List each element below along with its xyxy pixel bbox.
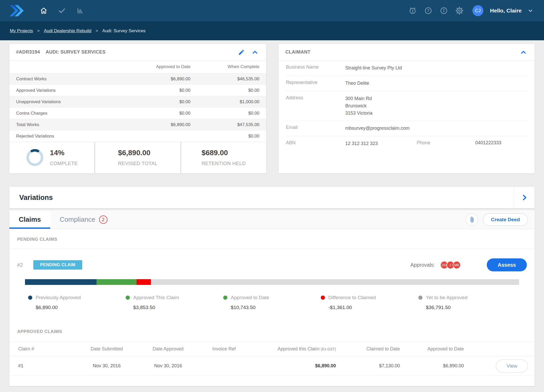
tab-bar: Claims Compliance 2 Create Deed <box>9 210 535 229</box>
tab-claims[interactable]: Claims <box>9 210 50 229</box>
legend-label: Approved This Claim <box>133 295 179 300</box>
breadcrumb-project[interactable]: Audi Dealership Rebuild <box>44 28 91 34</box>
email-value: mbsurvey@progressclaim.com <box>345 125 409 132</box>
compliance-count-badge: 2 <box>99 215 107 224</box>
pending-claims-header: PENDING CLAIMS <box>17 237 57 242</box>
legend-label: Difference to Claimed <box>328 295 376 300</box>
row-complete-value: $1,000.00 <box>190 99 259 104</box>
row-complete-value: $47,535.00 <box>190 122 259 127</box>
assess-button[interactable]: Assess <box>487 258 527 271</box>
expand-chevron-right-icon[interactable] <box>514 187 535 208</box>
progress-segment-approved-this-claim <box>97 279 137 285</box>
collapse-chevron-up-icon[interactable] <box>251 48 259 57</box>
svg-text:?: ? <box>427 8 429 13</box>
approved-claims-table: Claim # Date Submitted Date Approved Inv… <box>9 342 535 376</box>
legend-dot <box>321 296 325 300</box>
cell-date-submitted: Nov 30, 2016 <box>75 363 139 369</box>
address-value: 300 Main Rd Brunswick 3153 Victoria <box>345 95 373 117</box>
address-row: Address 300 Main Rd Brunswick 3153 Victo… <box>286 91 527 121</box>
home-icon[interactable] <box>37 4 50 17</box>
user-avatar[interactable]: CJ <box>472 5 483 16</box>
column-date-approved: Date Approved <box>139 346 197 352</box>
attachments-paperclip-icon[interactable] <box>466 213 478 226</box>
business-name-row: Business Name Straight-line Survey Pty L… <box>286 61 527 76</box>
row-complete-value: $0.00 <box>190 88 259 93</box>
claimant-card-title: CLAIMANT <box>285 49 310 55</box>
tab-label: Compliance <box>60 215 95 224</box>
table-row: Unapproved Variations $0.00 $1,000.00 <box>9 96 266 107</box>
representative-row: Representative Theo Delite <box>286 76 527 91</box>
cell-approved-this-claim: $6,890.00 <box>251 363 336 369</box>
legend-label: Approved to Date <box>231 295 269 300</box>
table-row: #1 Nov 30, 2016 Nov 30, 2016 $6,890.00 $… <box>9 356 535 376</box>
address-line: Brunswick <box>345 102 373 110</box>
create-deed-button[interactable]: Create Deed <box>483 213 528 226</box>
tab-compliance[interactable]: Compliance 2 <box>50 210 117 229</box>
table-row: Total Works $6,890.00 $47,535.00 <box>9 119 266 130</box>
stat-revised-total: $6,890.00 REVISED TOTAL <box>94 142 180 173</box>
field-label: Business Name <box>286 64 345 72</box>
claim-progress-bar <box>25 279 519 285</box>
field-label: Email <box>286 125 345 132</box>
row-approved-value: $0.00 <box>135 111 190 116</box>
breadcrumb: My Projects > Audi Dealership Rebuild > … <box>0 21 544 40</box>
legend-item: Yet to be Approved $36,791.50 <box>418 295 516 310</box>
stat-complete: 14% COMPLETE <box>9 142 94 173</box>
stat-label: COMPLETE <box>50 161 78 166</box>
column-invoice-ref: Invoice Ref <box>197 346 251 352</box>
claimant-card: CLAIMANT Business Name Straight-line Sur… <box>279 44 535 173</box>
representative-value: Theo Delite <box>345 80 369 87</box>
reports-chart-icon[interactable] <box>73 4 87 17</box>
contract-id: #ADR3194 <box>16 49 40 55</box>
progress-segment-difference-to-claimed <box>137 279 151 285</box>
alarm-notifications-icon[interactable] <box>406 4 419 17</box>
approver-avatar[interactable]: MB <box>453 261 461 269</box>
settings-gear-icon[interactable] <box>453 4 466 17</box>
help-icon[interactable]: ? <box>422 4 434 17</box>
phone-value: 0401222333 <box>475 140 527 147</box>
field-label: Representative <box>286 80 345 87</box>
field-label: ABN <box>286 140 345 147</box>
table-row: Approved Variations $0.00 $0.00 <box>9 84 266 96</box>
legend-label: Yet to be Approved <box>426 295 468 300</box>
field-label: Address <box>286 95 345 117</box>
row-label: Rejected Variations <box>16 134 135 139</box>
legend-dot <box>418 296 423 300</box>
phone-label: Phone <box>417 140 475 147</box>
legend-value: $3,853.50 <box>133 305 223 310</box>
claims-panel: Claims Compliance 2 Create Deed PENDING … <box>9 210 535 386</box>
stat-label: REVISED TOTAL <box>118 161 158 166</box>
approved-claims-table-header: Claim # Date Submitted Date Approved Inv… <box>9 342 535 356</box>
collapse-chevron-up-icon[interactable] <box>519 48 528 57</box>
legend-value: $36,791.50 <box>426 305 516 310</box>
legend-item: Difference to Claimed -$1,361.00 <box>321 295 418 310</box>
legend-item: Approved to Date $10,743.50 <box>223 295 321 310</box>
column-approved-to-date: Approved to Date <box>400 346 464 352</box>
stat-value: 14% <box>50 149 78 157</box>
breadcrumb-separator: > <box>95 28 98 34</box>
stat-label: RETENTION HELD <box>202 161 246 166</box>
row-approved-value: $6,890.00 <box>135 76 190 82</box>
contract-summary-card: #ADR3194 AUDI: SURVEY SERVICES <box>9 44 266 173</box>
legend-value: -$1,361.00 <box>328 305 418 310</box>
column-approved-to-date: Approved to Date <box>135 64 190 69</box>
user-menu-chevron-down-icon[interactable] <box>525 5 536 16</box>
breadcrumb-current-page: Audi: Survey Services <box>102 28 145 34</box>
row-label: Total Works <box>16 122 135 127</box>
app-logo-icon[interactable] <box>9 5 26 16</box>
view-claim-button[interactable]: View <box>496 360 528 373</box>
top-navbar: ? CJ Hello, Claire <box>0 0 544 21</box>
edit-pencil-icon[interactable] <box>237 48 246 57</box>
column-claim-number: Claim # <box>16 346 75 352</box>
info-icon[interactable] <box>438 4 450 17</box>
breadcrumb-my-projects[interactable]: My Projects <box>10 28 33 34</box>
claim-legend: Previously Approved $6,890.00 Approved T… <box>28 295 516 322</box>
approvals-check-icon[interactable] <box>55 4 69 17</box>
column-claimed-to-date: Claimed to Date <box>336 346 400 352</box>
row-complete-value: $0.00 <box>190 134 259 139</box>
table-row: Rejected Variations $0.00 <box>9 130 266 142</box>
pending-claim-item: #2 PENDING CLAIM Approvals: DG 2 MB Asse… <box>9 249 535 322</box>
table-row: Contract Works $6,890.00 $46,535.00 <box>9 73 266 84</box>
cell-date-approved: Nov 30, 2016 <box>139 363 197 369</box>
cell-claimed-to-date: $7,130.00 <box>336 363 400 369</box>
